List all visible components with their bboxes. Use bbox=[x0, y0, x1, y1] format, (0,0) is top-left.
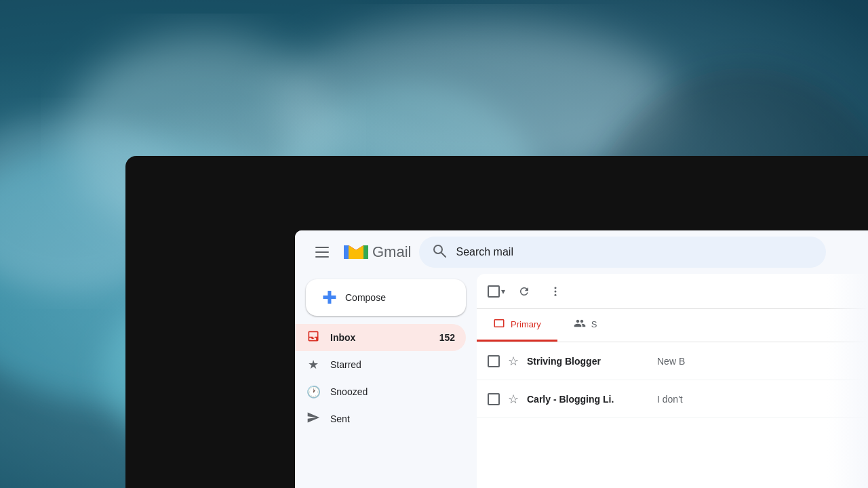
email-snippet: I don't bbox=[657, 394, 857, 405]
svg-point-13 bbox=[555, 293, 557, 296]
tab-primary[interactable]: Primary bbox=[477, 309, 557, 342]
primary-tab-icon bbox=[493, 317, 505, 331]
select-dropdown-icon[interactable]: ▾ bbox=[501, 287, 505, 296]
primary-tab-label: Primary bbox=[511, 319, 541, 329]
compose-plus-icon: ✚ bbox=[322, 289, 337, 306]
hamburger-line-1 bbox=[315, 247, 329, 248]
email-checkbox[interactable] bbox=[488, 355, 500, 367]
svg-point-9 bbox=[434, 245, 442, 253]
sidebar-item-inbox[interactable]: Inbox 152 bbox=[295, 324, 466, 351]
email-star-icon[interactable]: ☆ bbox=[508, 354, 519, 369]
sidebar: ✚ Compose Inbox 152 ★ Starred 🕐 bbox=[295, 274, 477, 488]
svg-point-12 bbox=[555, 290, 557, 292]
refresh-icon bbox=[518, 285, 530, 298]
sent-icon bbox=[306, 411, 321, 428]
snoozed-label: Snoozed bbox=[330, 386, 455, 397]
gmail-m-icon bbox=[344, 243, 368, 262]
search-bar[interactable]: Search mail bbox=[419, 237, 826, 268]
gmail-window: Gmail Search mail ✚ Compose bbox=[295, 230, 868, 488]
sidebar-item-starred[interactable]: ★ Starred bbox=[295, 351, 466, 378]
starred-icon: ★ bbox=[306, 357, 321, 372]
gmail-wordmark: Gmail bbox=[372, 243, 411, 261]
sent-label: Sent bbox=[330, 413, 455, 424]
email-list-panel: ▾ bbox=[477, 274, 868, 488]
hamburger-line-2 bbox=[315, 251, 329, 253]
email-sender: Carly - Blogging Li. bbox=[527, 394, 649, 405]
svg-line-10 bbox=[441, 253, 446, 257]
inbox-count: 152 bbox=[439, 332, 455, 343]
search-icon bbox=[433, 244, 446, 261]
inbox-label: Inbox bbox=[330, 332, 430, 343]
email-sender: Striving Blogger bbox=[527, 356, 649, 367]
sidebar-item-sent[interactable]: Sent bbox=[295, 405, 466, 432]
refresh-button[interactable] bbox=[512, 279, 536, 304]
email-rows: ☆ Striving Blogger New B ☆ Carly - Blogg… bbox=[477, 342, 868, 488]
starred-label: Starred bbox=[330, 359, 455, 370]
email-row[interactable]: ☆ Striving Blogger New B bbox=[477, 342, 868, 380]
more-vert-icon bbox=[549, 285, 561, 298]
select-all-group[interactable]: ▾ bbox=[488, 285, 505, 298]
email-snippet: New B bbox=[657, 356, 857, 367]
email-toolbar: ▾ bbox=[477, 274, 868, 309]
gmail-main: ✚ Compose Inbox 152 ★ Starred 🕐 bbox=[295, 274, 868, 488]
social-tab-icon bbox=[574, 317, 586, 331]
compose-label: Compose bbox=[345, 292, 386, 303]
tab-social[interactable]: S bbox=[557, 309, 614, 342]
search-placeholder-text: Search mail bbox=[456, 246, 513, 258]
gmail-header: Gmail Search mail bbox=[295, 230, 868, 274]
email-row[interactable]: ☆ Carly - Blogging Li. I don't bbox=[477, 380, 868, 418]
email-star-icon[interactable]: ☆ bbox=[508, 392, 519, 407]
email-checkbox[interactable] bbox=[488, 393, 500, 405]
email-tabs: Primary S bbox=[477, 309, 868, 342]
social-tab-label: S bbox=[591, 319, 597, 329]
select-all-checkbox[interactable] bbox=[488, 285, 500, 298]
more-options-button[interactable] bbox=[543, 279, 568, 304]
svg-point-11 bbox=[555, 287, 557, 289]
gmail-logo: Gmail bbox=[344, 243, 411, 262]
compose-button[interactable]: ✚ Compose bbox=[306, 279, 466, 316]
sidebar-item-snoozed[interactable]: 🕐 Snoozed bbox=[295, 378, 466, 405]
menu-button[interactable] bbox=[309, 239, 336, 266]
snoozed-icon: 🕐 bbox=[306, 385, 321, 399]
hamburger-line-3 bbox=[315, 256, 329, 258]
inbox-icon bbox=[306, 329, 321, 346]
